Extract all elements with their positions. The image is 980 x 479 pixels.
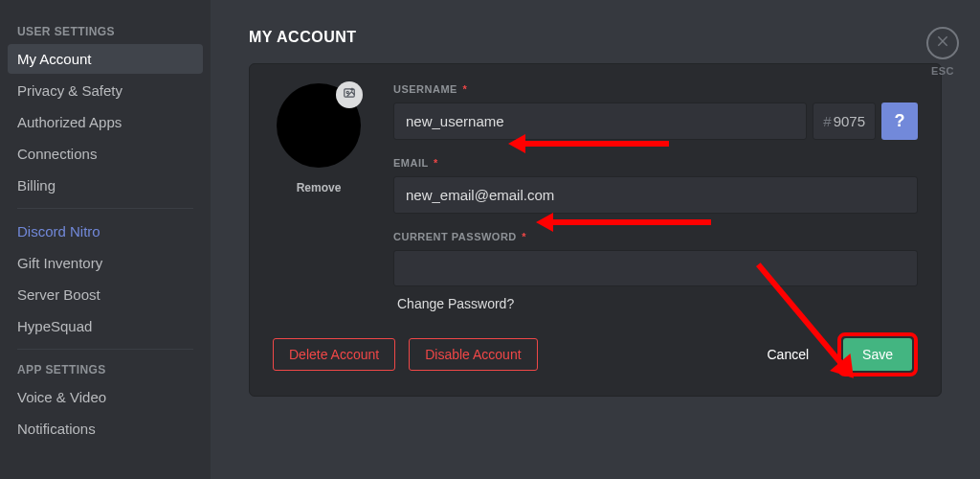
- delete-account-button[interactable]: Delete Account: [273, 338, 395, 371]
- close-panel: ESC: [926, 27, 959, 77]
- svg-point-1: [346, 91, 348, 93]
- annotation-save-highlight: Save: [837, 332, 918, 376]
- upload-image-icon: [343, 86, 356, 103]
- sidebar-separator: [17, 208, 193, 209]
- settings-sidebar: User Settings My Account Privacy & Safet…: [0, 0, 211, 479]
- avatar-column: Remove: [273, 83, 365, 311]
- username-label: Username *: [393, 83, 918, 95]
- sidebar-item-notifications[interactable]: Notifications: [8, 414, 203, 444]
- sidebar-item-authorized-apps[interactable]: Authorized Apps: [8, 107, 203, 137]
- upload-avatar-badge[interactable]: [336, 81, 363, 108]
- sidebar-item-my-account[interactable]: My Account: [8, 44, 203, 74]
- email-input[interactable]: new_email@email.com: [393, 176, 918, 214]
- close-esc-label: ESC: [931, 65, 954, 77]
- current-password-label: Current Password *: [393, 231, 918, 242]
- sidebar-separator: [17, 349, 193, 350]
- sidebar-header-app-settings: App Settings: [8, 357, 203, 382]
- fields-column: Username * new_username #9075 ? Email * …: [393, 83, 918, 311]
- sidebar-header-user-settings: User Settings: [8, 19, 203, 44]
- sidebar-item-discord-nitro[interactable]: Discord Nitro: [8, 217, 203, 246]
- current-password-input[interactable]: [393, 250, 918, 286]
- sidebar-item-billing[interactable]: Billing: [8, 171, 203, 200]
- close-button[interactable]: [926, 27, 959, 59]
- close-icon: [936, 34, 949, 52]
- username-input[interactable]: new_username: [393, 103, 807, 140]
- disable-account-button[interactable]: Disable Account: [409, 338, 537, 371]
- save-button[interactable]: Save: [843, 338, 912, 371]
- email-label: Email *: [393, 157, 918, 169]
- sidebar-item-connections[interactable]: Connections: [8, 139, 203, 169]
- main-content: My Account: [211, 0, 980, 479]
- remove-avatar-link[interactable]: Remove: [297, 181, 342, 194]
- change-password-link[interactable]: Change Password?: [393, 296, 918, 311]
- card-footer: Delete Account Disable Account Cancel Sa…: [273, 332, 918, 376]
- sidebar-item-privacy-safety[interactable]: Privacy & Safety: [8, 76, 203, 105]
- account-card: Remove Username * new_username #9075 ? E…: [249, 63, 942, 397]
- username-help-button[interactable]: ?: [881, 103, 918, 140]
- page-title: My Account: [249, 29, 942, 46]
- avatar[interactable]: [277, 83, 361, 168]
- sidebar-item-gift-inventory[interactable]: Gift Inventory: [8, 248, 203, 278]
- sidebar-item-server-boost[interactable]: Server Boost: [8, 280, 203, 309]
- cancel-button[interactable]: Cancel: [751, 339, 824, 370]
- discriminator-display: #9075: [813, 103, 876, 140]
- sidebar-item-voice-video[interactable]: Voice & Video: [8, 382, 203, 412]
- sidebar-item-hypesquad[interactable]: HypeSquad: [8, 311, 203, 341]
